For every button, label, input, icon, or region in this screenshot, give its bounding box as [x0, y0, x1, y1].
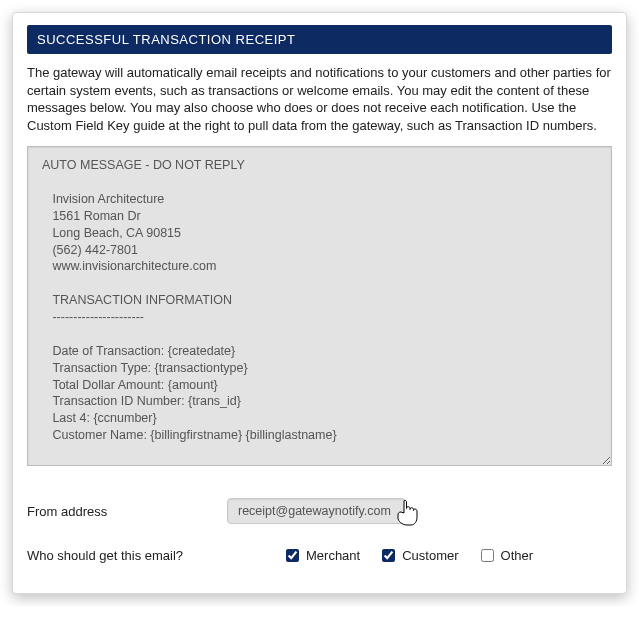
merchant-checkbox[interactable] [286, 549, 299, 562]
other-label: Other [501, 548, 534, 563]
section-title: SUCCESSFUL TRANSACTION RECEIPT [37, 32, 295, 47]
customer-option[interactable]: Customer [378, 546, 458, 565]
customer-label: Customer [402, 548, 458, 563]
settings-card: SUCCESSFUL TRANSACTION RECEIPT The gatew… [12, 12, 627, 594]
from-address-row: From address [27, 498, 612, 524]
section-description: The gateway will automatically email rec… [27, 64, 612, 134]
from-address-label: From address [27, 504, 227, 519]
other-checkbox[interactable] [481, 549, 494, 562]
recipients-row: Who should get this email? Merchant Cust… [27, 546, 612, 565]
merchant-option[interactable]: Merchant [282, 546, 360, 565]
from-address-input[interactable] [227, 498, 406, 524]
recipients-label: Who should get this email? [27, 548, 227, 563]
merchant-label: Merchant [306, 548, 360, 563]
other-option[interactable]: Other [477, 546, 534, 565]
recipients-options: Merchant Customer Other [282, 546, 533, 565]
email-body-textarea[interactable] [27, 146, 612, 466]
customer-checkbox[interactable] [382, 549, 395, 562]
section-header: SUCCESSFUL TRANSACTION RECEIPT [27, 25, 612, 54]
